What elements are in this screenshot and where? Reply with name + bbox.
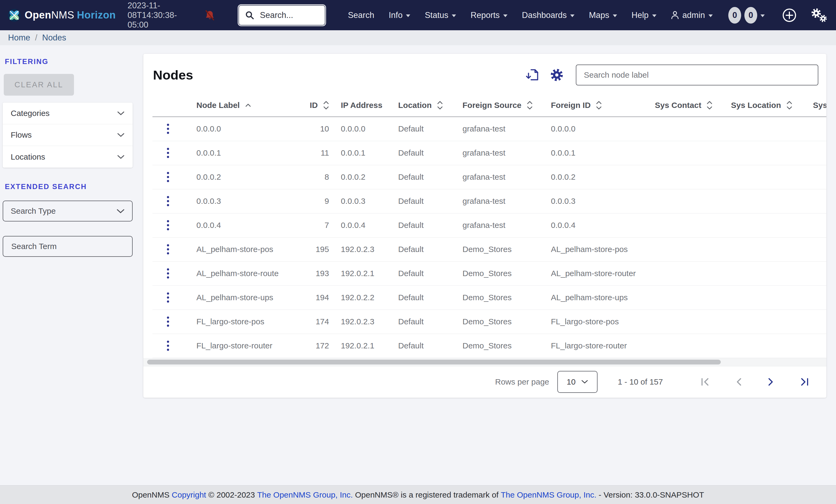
- ip-address-link[interactable]: 0.0.0.4: [335, 213, 392, 237]
- footer-text: OpenNMS: [132, 490, 171, 500]
- foreign-source-cell: Demo_Stores: [456, 237, 545, 261]
- quick-add-icon[interactable]: [782, 8, 797, 23]
- node-label-link[interactable]: FL_largo-store-pos: [190, 310, 279, 334]
- status-badge-0[interactable]: 0: [728, 7, 741, 23]
- ip-address-link[interactable]: 192.0.2.3: [335, 310, 392, 334]
- node-id-link[interactable]: 195: [279, 237, 335, 261]
- download-icon[interactable]: [526, 68, 539, 82]
- ip-address-link[interactable]: 0.0.0.0: [335, 117, 392, 141]
- notifications-off-icon[interactable]: [204, 9, 215, 21]
- accordion-locations[interactable]: Locations: [3, 146, 133, 168]
- node-label-link[interactable]: FL_largo-store-router: [190, 334, 279, 358]
- menu-item-info[interactable]: Info: [389, 11, 411, 20]
- ip-address-link[interactable]: 0.0.0.2: [335, 165, 392, 189]
- sort-icon: [786, 100, 792, 110]
- node-label-link[interactable]: AL_pelham-store-ups: [190, 286, 279, 310]
- foreign-id-cell: 0.0.0.0: [545, 117, 648, 141]
- ip-address-link[interactable]: 192.0.2.2: [335, 286, 392, 310]
- global-search-input[interactable]: [259, 10, 319, 20]
- column-header-location[interactable]: Location: [392, 93, 456, 117]
- node-id-link[interactable]: 10: [279, 117, 335, 141]
- pagination-bar: Rows per page 10 1 - 10 of 157: [144, 366, 826, 398]
- sort-icon: [437, 100, 443, 110]
- node-label-link[interactable]: AL_pelham-store-pos: [190, 237, 279, 261]
- node-label-link[interactable]: 0.0.0.0: [190, 117, 279, 141]
- kebab-menu-icon[interactable]: [167, 341, 170, 351]
- column-header-id[interactable]: ID: [279, 93, 335, 117]
- previous-page-button[interactable]: [735, 376, 742, 387]
- caret-down-icon[interactable]: [760, 15, 765, 17]
- node-label-link[interactable]: AL_pelham-store-router: [190, 261, 279, 286]
- table-row: 0.0.0.470.0.0.4Defaultgrafana-test0.0.0.…: [152, 213, 826, 237]
- menu-item-status[interactable]: Status: [425, 11, 456, 20]
- status-badge-1[interactable]: 0: [744, 7, 757, 23]
- node-id-link[interactable]: 194: [279, 286, 335, 310]
- kebab-menu-icon[interactable]: [167, 172, 170, 182]
- node-label-search-input[interactable]: [583, 70, 811, 80]
- breadcrumb-nodes[interactable]: Nodes: [42, 33, 66, 43]
- node-id-link[interactable]: 7: [279, 213, 335, 237]
- search-type-select[interactable]: Search Type: [3, 200, 133, 221]
- node-id-link[interactable]: 172: [279, 334, 335, 358]
- node-id-link[interactable]: 11: [279, 141, 335, 165]
- opennms-logo[interactable]: OpenNMSHorizon: [7, 8, 116, 22]
- table-row: 0.0.0.280.0.0.2Defaultgrafana-test0.0.0.…: [152, 165, 826, 189]
- ip-address-link[interactable]: 0.0.0.3: [335, 189, 392, 213]
- foreign-id-cell: 0.0.0.4: [545, 213, 648, 237]
- column-header-ip-address[interactable]: IP Address: [335, 93, 392, 117]
- ip-address-link[interactable]: 192.0.2.1: [335, 334, 392, 358]
- node-id-link[interactable]: 174: [279, 310, 335, 334]
- accordion-categories[interactable]: Categories: [3, 102, 133, 124]
- kebab-menu-icon[interactable]: [167, 292, 170, 303]
- column-header-sys-description[interactable]: Sys Description: [806, 93, 826, 117]
- sys-contact-cell: [648, 189, 724, 213]
- footer-link[interactable]: The OpenNMS Group, Inc.: [501, 490, 596, 500]
- kebab-menu-icon[interactable]: [167, 148, 170, 158]
- next-page-button[interactable]: [767, 376, 774, 387]
- clear-all-button[interactable]: CLEAR ALL: [4, 74, 74, 96]
- ip-address-link[interactable]: 0.0.0.1: [335, 141, 392, 165]
- sys-description-cell: [806, 117, 826, 141]
- table-settings-gear-icon[interactable]: [550, 68, 564, 82]
- column-header-sys-contact[interactable]: Sys Contact: [648, 93, 724, 117]
- page-title: Nodes: [153, 67, 193, 82]
- column-header-node-label[interactable]: Node Label: [190, 93, 279, 117]
- accordion-flows[interactable]: Flows: [3, 124, 133, 146]
- admin-gears-icon[interactable]: [809, 7, 829, 24]
- node-label-link[interactable]: 0.0.0.3: [190, 189, 279, 213]
- node-id-link[interactable]: 193: [279, 261, 335, 286]
- first-page-button[interactable]: [700, 376, 710, 387]
- node-label-link[interactable]: 0.0.0.2: [190, 165, 279, 189]
- menu-item-reports[interactable]: Reports: [471, 11, 508, 20]
- column-header-foreign-id[interactable]: Foreign ID: [545, 93, 648, 117]
- kebab-menu-icon[interactable]: [167, 244, 170, 254]
- sys-contact-cell: [648, 213, 724, 237]
- menu-item-help[interactable]: Help: [631, 11, 657, 20]
- footer-link[interactable]: Copyright: [172, 490, 206, 500]
- kebab-menu-icon[interactable]: [167, 196, 170, 206]
- kebab-menu-icon[interactable]: [167, 268, 170, 278]
- footer-link[interactable]: The OpenNMS Group, Inc.: [257, 490, 353, 500]
- breadcrumb-home[interactable]: Home: [8, 33, 30, 43]
- kebab-menu-icon[interactable]: [167, 124, 170, 134]
- menu-item-dashboards[interactable]: Dashboards: [522, 11, 574, 20]
- search-term-input[interactable]: [11, 241, 125, 251]
- location-cell: Default: [392, 165, 456, 189]
- menu-item-maps[interactable]: Maps: [589, 11, 617, 20]
- kebab-menu-icon[interactable]: [167, 220, 170, 230]
- menu-item-search[interactable]: Search: [348, 11, 374, 20]
- column-header-sys-location[interactable]: Sys Location: [724, 93, 806, 117]
- column-header-foreign-source[interactable]: Foreign Source: [456, 93, 545, 117]
- kebab-menu-icon[interactable]: [167, 316, 170, 327]
- table-row: 0.0.0.390.0.0.3Defaultgrafana-test0.0.0.…: [152, 189, 826, 213]
- ip-address-link[interactable]: 192.0.2.1: [335, 261, 392, 286]
- menu-item-admin[interactable]: admin: [671, 11, 713, 20]
- node-label-link[interactable]: 0.0.0.1: [190, 141, 279, 165]
- node-id-link[interactable]: 8: [279, 165, 335, 189]
- page-size-select[interactable]: 10: [557, 371, 597, 393]
- node-id-link[interactable]: 9: [279, 189, 335, 213]
- node-label-link[interactable]: 0.0.0.4: [190, 213, 279, 237]
- ip-address-link[interactable]: 192.0.2.3: [335, 237, 392, 261]
- last-page-button[interactable]: [800, 376, 809, 387]
- horizontal-scrollbar-thumb[interactable]: [147, 360, 721, 365]
